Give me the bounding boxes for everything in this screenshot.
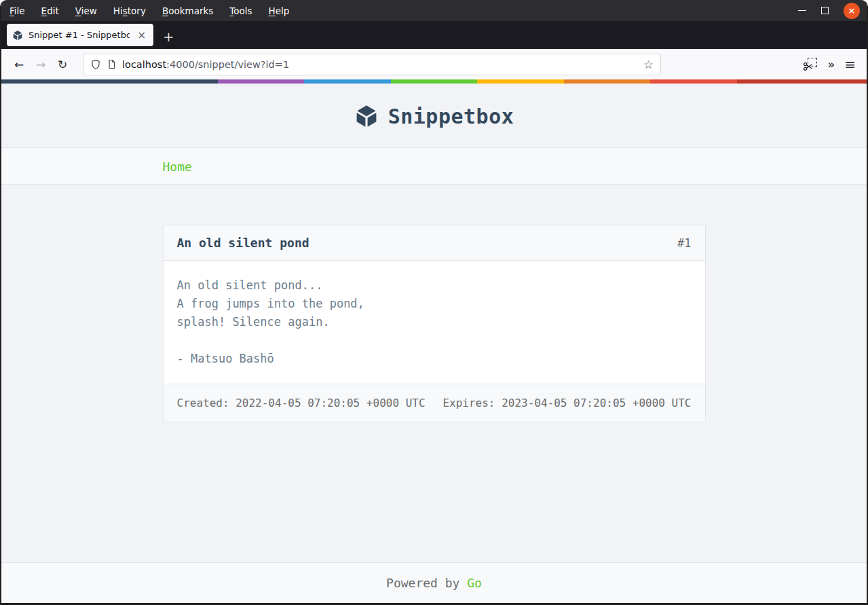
menu-bookmarks[interactable]: Bookmarks [154, 0, 221, 21]
bookmark-star-icon[interactable]: ☆ [643, 58, 654, 71]
back-icon[interactable]: ← [8, 54, 30, 75]
snippet-content: An old silent pond... A frog jumps into … [164, 261, 705, 384]
box-logo-icon [354, 104, 379, 128]
menu-file[interactable]: File [1, 0, 33, 21]
menu-history[interactable]: History [105, 0, 154, 21]
tab-snippetbox[interactable]: Snippet #1 - Snippetbox × [7, 24, 153, 46]
site-nav: Home [1, 148, 867, 185]
reload-icon[interactable]: ↻ [52, 54, 73, 75]
nav-link-home[interactable]: Home [163, 160, 192, 174]
page-content: Snippetbox Home An old silent pond #1 An… [1, 84, 867, 603]
snippet-card: An old silent pond #1 An old silent pond… [163, 225, 706, 422]
close-button[interactable]: × [844, 3, 860, 19]
browser-window: File Edit View History Bookmarks Tools H… [0, 0, 868, 605]
toolbar-icons: » ≡ [803, 56, 860, 73]
navigation-toolbar: ← → ↻ localhost:4000/snippet/view?id=1 ☆ [1, 49, 867, 79]
snippet-created: Created: 2022-04-05 07:20:05 +0000 UTC [177, 397, 426, 409]
menu-tools[interactable]: Tools [221, 0, 260, 21]
tab-close-icon[interactable]: × [135, 29, 148, 41]
footer-go-link[interactable]: Go [467, 576, 482, 590]
shield-icon[interactable] [90, 59, 101, 70]
new-tab-button[interactable]: + [163, 30, 174, 43]
snippet-expires: Expires: 2023-04-05 07:20:05 +0000 UTC [442, 397, 691, 409]
site-footer: Powered by Go [1, 562, 867, 603]
menu-help[interactable]: Help [261, 0, 298, 21]
page-icon [107, 59, 117, 69]
brand-link[interactable]: Snippetbox [354, 104, 514, 128]
url-text[interactable]: localhost:4000/snippet/view?id=1 [122, 59, 638, 70]
maximize-button[interactable] [821, 7, 829, 14]
snippet-title: An old silent pond [177, 236, 309, 250]
screenshot-icon[interactable] [803, 57, 818, 72]
favicon-box-icon [12, 30, 23, 41]
site-header: Snippetbox [1, 84, 867, 148]
menubar: File Edit View History Bookmarks Tools H… [1, 0, 867, 21]
brand-name: Snippetbox [388, 105, 514, 128]
tab-title: Snippet #1 - Snippetbox [29, 30, 130, 40]
main-area: An old silent pond #1 An old silent pond… [1, 185, 867, 562]
menu-edit[interactable]: Edit [33, 0, 67, 21]
footer-text: Powered by [386, 576, 459, 590]
forward-icon: → [30, 54, 52, 75]
window-controls: × [798, 3, 867, 19]
url-bar[interactable]: localhost:4000/snippet/view?id=1 ☆ [83, 54, 661, 75]
snippet-id-badge: #1 [677, 236, 691, 250]
tab-bar: Snippet #1 - Snippetbox × + [1, 21, 867, 49]
overflow-chevron-icon[interactable]: » [827, 57, 835, 71]
hamburger-menu-icon[interactable]: ≡ [844, 56, 856, 73]
snippet-card-header: An old silent pond #1 [164, 225, 705, 261]
snippet-metadata: Created: 2022-04-05 07:20:05 +0000 UTC E… [164, 384, 705, 422]
menu-view[interactable]: View [67, 0, 105, 21]
minimize-button[interactable] [798, 10, 806, 12]
